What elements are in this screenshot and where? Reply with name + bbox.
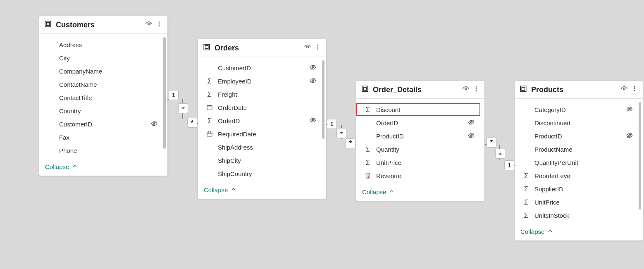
field-row[interactable]: Freight [198, 88, 322, 101]
hidden-icon [468, 119, 475, 127]
kebab-menu-icon[interactable] [156, 21, 162, 29]
table-title: Order_Details [373, 86, 462, 94]
svg-point-33 [476, 90, 477, 91]
sigma-icon [364, 146, 372, 152]
field-row[interactable]: Address [39, 38, 163, 51]
field-row[interactable]: ProductName [515, 143, 639, 156]
filter-direction-down-icon [178, 103, 188, 113]
field-row[interactable]: ProductID [515, 129, 639, 143]
field-row[interactable]: CategoryID [515, 103, 639, 116]
eye-icon[interactable] [462, 85, 470, 94]
field-row[interactable]: CustomerID [198, 61, 322, 74]
field-name: CustomerID [59, 121, 151, 128]
collapse-button[interactable]: Collapse [39, 159, 167, 176]
field-row[interactable]: CompanyName [39, 64, 163, 78]
svg-point-12 [317, 47, 319, 48]
field-name: CategoryID [534, 106, 626, 113]
kebab-menu-icon[interactable] [473, 86, 479, 94]
scrollbar[interactable] [163, 37, 166, 149]
field-row[interactable]: ShipAddress [198, 140, 322, 154]
field-name: ShipCountry [218, 170, 316, 177]
svg-rect-9 [205, 45, 208, 49]
table-header[interactable]: Order_Details [356, 81, 484, 99]
field-name: Country [59, 107, 157, 114]
eye-icon[interactable] [145, 20, 153, 29]
field-name: ProductID [376, 133, 468, 140]
field-name: CompanyName [59, 68, 157, 75]
cardinality-one: 1 [169, 90, 179, 100]
eye-icon[interactable] [620, 85, 628, 94]
field-row[interactable]: ReorderLevel [515, 169, 639, 182]
field-row[interactable]: ContactName [39, 78, 163, 91]
svg-point-42 [367, 177, 367, 177]
field-row[interactable]: ShipCity [198, 154, 322, 167]
hidden-icon [626, 106, 633, 114]
field-name: ShipCity [218, 157, 316, 164]
field-row[interactable]: CustomerID [39, 117, 163, 131]
sigma-icon [364, 106, 372, 113]
field-row[interactable]: ContactTitle [39, 91, 163, 104]
field-row[interactable]: EmployeeID [198, 74, 322, 88]
kebab-menu-icon[interactable] [315, 44, 321, 52]
cardinality-many: * [346, 138, 355, 148]
field-name: Fax [59, 134, 157, 141]
field-name: UnitsInStock [534, 212, 633, 219]
cardinality-one: 1 [504, 160, 514, 170]
table-header[interactable]: Customers [39, 16, 167, 34]
field-row[interactable]: SupplierID [515, 182, 639, 195]
collapse-button[interactable]: Collapse [356, 185, 484, 201]
table-title: Customers [56, 21, 145, 29]
field-name: SupplierID [534, 186, 633, 193]
hidden-icon [310, 64, 316, 72]
svg-point-40 [367, 176, 367, 176]
collapse-button[interactable]: Collapse [515, 224, 643, 240]
eye-icon[interactable] [304, 43, 311, 52]
model-canvas[interactable]: Customers AddressCityCompanyNameContactN… [0, 0, 644, 269]
field-row[interactable]: Revenue [356, 169, 480, 182]
field-name: UnitPrice [534, 199, 633, 206]
field-row[interactable]: Discontinued [515, 116, 639, 129]
field-row[interactable]: QuantityPerUnit [515, 156, 639, 169]
field-row[interactable]: OrderDate [198, 101, 322, 114]
field-row[interactable]: UnitPrice [356, 156, 480, 169]
kebab-menu-icon[interactable] [631, 86, 638, 94]
svg-point-46 [623, 88, 625, 90]
svg-point-4 [159, 24, 160, 25]
field-name: OrderDate [218, 104, 316, 111]
field-row[interactable]: UnitsInStock [515, 209, 639, 222]
sigma-icon [522, 186, 530, 192]
table-header[interactable]: Products [515, 81, 643, 99]
field-row[interactable]: ProductID [356, 129, 480, 143]
collapse-button[interactable]: Collapse [198, 183, 326, 199]
table-order-details[interactable]: Order_Details DiscountOrderIDProductIDQu… [356, 81, 484, 201]
field-row[interactable]: Country [39, 104, 163, 117]
sigma-icon [522, 212, 530, 219]
table-customers[interactable]: Customers AddressCityCompanyNameContactN… [39, 16, 167, 176]
table-header[interactable]: Orders [198, 39, 326, 57]
scrollbar[interactable] [322, 60, 324, 139]
table-icon [44, 20, 52, 29]
table-orders[interactable]: Orders CustomerIDEmployeeIDFreightOrderD… [198, 39, 326, 199]
svg-point-2 [148, 23, 150, 25]
field-row[interactable]: Quantity [356, 143, 480, 156]
field-row[interactable]: Fax [39, 131, 163, 144]
svg-rect-45 [522, 87, 525, 90]
field-row[interactable]: Discount [356, 103, 480, 116]
table-products[interactable]: Products CategoryIDDiscontinuedProductID… [515, 81, 643, 240]
field-name: Freight [218, 91, 316, 98]
field-row[interactable]: OrderID [356, 116, 480, 129]
table-title: Products [531, 86, 620, 94]
field-row[interactable]: UnitPrice [515, 195, 639, 209]
field-row[interactable]: Phone [39, 144, 163, 157]
chevron-up-icon [547, 228, 553, 236]
field-row[interactable]: ShipCountry [198, 167, 322, 180]
svg-rect-44 [520, 86, 526, 92]
field-row[interactable]: OrderID [198, 114, 322, 127]
scrollbar[interactable] [639, 102, 641, 209]
svg-point-32 [476, 88, 477, 90]
field-row[interactable]: RequiredDate [198, 127, 322, 140]
field-row[interactable]: City [39, 51, 163, 64]
sigma-icon [205, 91, 214, 98]
sigma-icon [364, 159, 372, 166]
field-name: UnitPrice [376, 159, 475, 166]
